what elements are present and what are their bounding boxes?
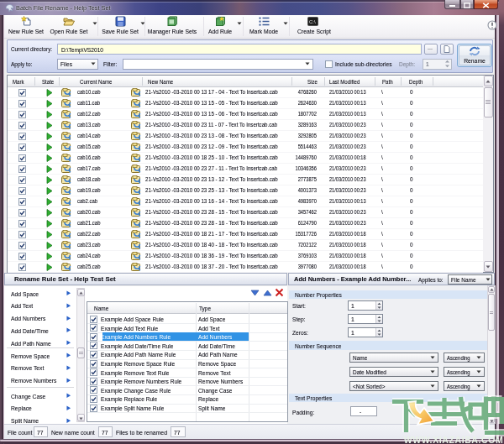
svg-text:C:\: C:\ <box>309 19 316 24</box>
